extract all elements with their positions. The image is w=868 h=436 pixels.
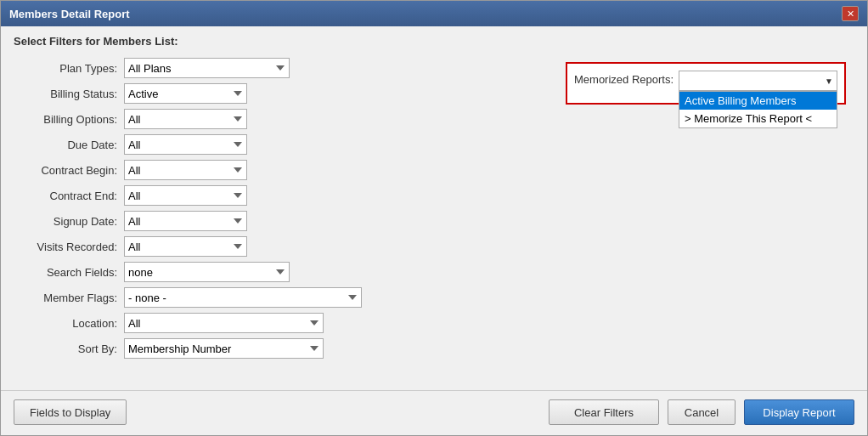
contract-end-label: Contract End: <box>14 190 124 202</box>
contract-begin-row: Contract Begin: All <box>14 160 557 180</box>
member-flags-row: Member Flags: - none - <box>14 287 557 308</box>
billing-status-select[interactable]: Active <box>124 83 247 104</box>
title-bar: Members Detail Report ✕ <box>1 1 867 26</box>
footer: Fields to Display Clear Filters Cancel D… <box>1 390 867 435</box>
signup-date-label: Signup Date: <box>14 215 124 228</box>
location-row: Location: All <box>14 313 557 333</box>
memorized-select-box[interactable]: ▼ <box>679 71 837 91</box>
contract-begin-label: Contract Begin: <box>14 164 124 177</box>
footer-right: Clear Filters Cancel Display Report <box>549 399 854 425</box>
billing-status-label: Billing Status: <box>14 88 124 100</box>
location-label: Location: <box>14 317 124 330</box>
close-button[interactable]: ✕ <box>842 6 859 21</box>
due-date-label: Due Date: <box>14 139 124 151</box>
display-report-button[interactable]: Display Report <box>744 399 854 425</box>
sort-by-select[interactable]: Membership Number <box>124 338 324 359</box>
memorized-reports-section: Memorized Reports: ▼ Active Billing Memb… <box>566 62 846 105</box>
due-date-select[interactable]: All <box>124 134 247 155</box>
subtitle-text: Select Filters for <box>14 35 103 48</box>
member-flags-label: Member Flags: <box>14 292 124 304</box>
left-panel: Plan Types: All Plans Billing Status: Ac… <box>14 58 557 382</box>
plan-types-select[interactable]: All Plans <box>124 58 290 78</box>
search-fields-label: Search Fields: <box>14 266 124 279</box>
footer-left: Fields to Display <box>14 399 127 425</box>
memorized-select-wrapper[interactable]: ▼ Active Billing Members > Memorize This… <box>679 71 837 91</box>
memorized-header: Memorized Reports: ▼ Active Billing Memb… <box>574 71 837 91</box>
contract-begin-select[interactable]: All <box>124 160 247 180</box>
subtitle: Select Filters for Members List: <box>14 35 854 48</box>
plan-types-label: Plan Types: <box>14 62 124 75</box>
dialog-members-detail-report: Members Detail Report ✕ Select Filters f… <box>0 0 868 436</box>
memorized-dropdown[interactable]: Active Billing Members > Memorize This R… <box>679 91 837 128</box>
location-select[interactable]: All <box>124 313 324 333</box>
clear-filters-button[interactable]: Clear Filters <box>549 399 659 425</box>
billing-options-label: Billing Options: <box>14 113 124 126</box>
contract-end-row: Contract End: All <box>14 185 557 206</box>
dialog-body: Select Filters for Members List: Plan Ty… <box>1 26 867 390</box>
subtitle-bold: Members List: <box>103 35 178 48</box>
contract-end-select[interactable]: All <box>124 185 247 206</box>
billing-options-select[interactable]: All <box>124 109 247 129</box>
fields-to-display-button[interactable]: Fields to Display <box>14 399 127 425</box>
right-panel: Memorized Reports: ▼ Active Billing Memb… <box>566 58 854 382</box>
sort-by-label: Sort By: <box>14 343 124 355</box>
visits-recorded-select[interactable]: All <box>124 236 247 257</box>
signup-date-row: Signup Date: All <box>14 211 557 231</box>
chevron-down-icon: ▼ <box>825 76 833 86</box>
signup-date-select[interactable]: All <box>124 211 247 231</box>
dropdown-item-active-billing[interactable]: Active Billing Members <box>679 92 837 110</box>
visits-recorded-row: Visits Recorded: All <box>14 236 557 257</box>
billing-options-row: Billing Options: All <box>14 109 557 129</box>
dropdown-item-memorize[interactable]: > Memorize This Report < <box>679 110 837 127</box>
cancel-button[interactable]: Cancel <box>668 399 736 425</box>
dialog-title: Members Detail Report <box>9 8 130 20</box>
visits-recorded-label: Visits Recorded: <box>14 241 124 253</box>
memorized-label: Memorized Reports: <box>574 71 674 86</box>
member-flags-select[interactable]: - none - <box>124 287 362 308</box>
search-fields-select[interactable]: none <box>124 262 290 282</box>
close-icon: ✕ <box>847 8 854 20</box>
search-fields-row: Search Fields: none <box>14 262 557 282</box>
due-date-row: Due Date: All <box>14 134 557 155</box>
billing-status-row: Billing Status: Active <box>14 83 557 104</box>
plan-types-row: Plan Types: All Plans <box>14 58 557 78</box>
main-content: Plan Types: All Plans Billing Status: Ac… <box>14 58 854 382</box>
sort-by-row: Sort By: Membership Number <box>14 338 557 359</box>
